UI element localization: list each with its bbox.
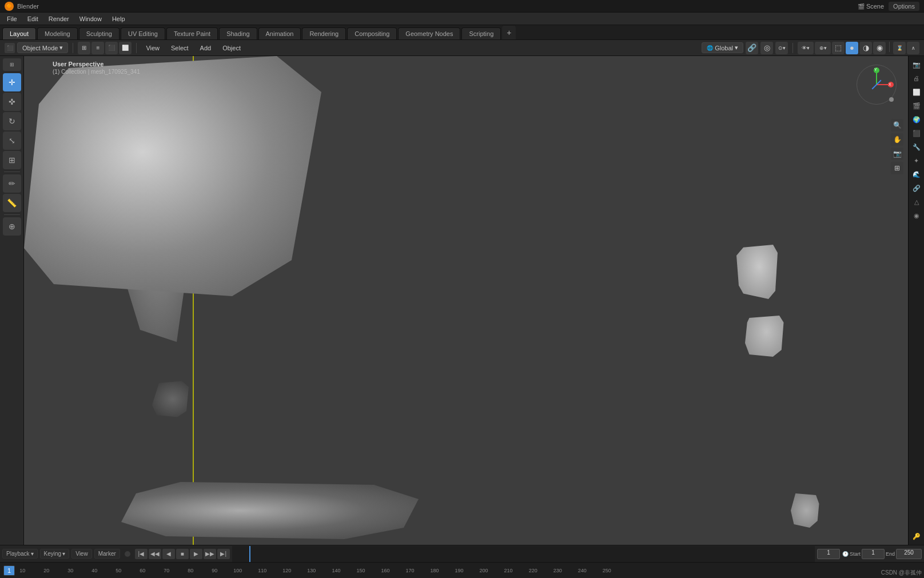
menu-help[interactable]: Help — [107, 14, 130, 23]
step-fwd-btn[interactable]: ▶▶ — [204, 549, 216, 559]
overlay-toggle[interactable]: 👁▾ — [798, 42, 814, 54]
header-icon-2[interactable]: ≡ — [91, 42, 104, 54]
viewport-extra-1[interactable]: ⌛ — [893, 42, 906, 54]
menu-window[interactable]: Window — [75, 14, 106, 23]
proportional-btn[interactable]: ◎ — [760, 42, 773, 54]
viewport-info: User Perspective (1) Collection | mesh_1… — [53, 61, 140, 75]
play-btn[interactable]: ▶ — [190, 549, 202, 559]
viewport-shading-material[interactable]: ◑ — [859, 42, 872, 54]
snap-btn[interactable]: 🔗 — [746, 42, 758, 54]
tool-move[interactable]: ✜ — [3, 93, 21, 111]
tab-uv-editing[interactable]: UV Editing — [121, 27, 165, 39]
titlebar: 🔶 Blender 🎬 Scene Options — [0, 0, 924, 13]
tab-compositing[interactable]: Compositing — [347, 27, 397, 39]
viewport[interactable]: User Perspective (1) Collection | mesh_1… — [24, 56, 908, 545]
end-frame-input[interactable]: 250 — [896, 549, 922, 559]
header-icon-3[interactable]: ⬛ — [105, 42, 118, 54]
vp-pan-tool[interactable]: ✋ — [891, 133, 903, 146]
step-back-btn[interactable]: ◀◀ — [149, 549, 161, 559]
timeline: Playback ▾ Keying ▾ View Marker |◀ ◀◀ ◀ … — [0, 545, 924, 562]
viewport-canvas: User Perspective (1) Collection | mesh_1… — [24, 56, 908, 545]
separator-2 — [136, 43, 137, 53]
prop-particles[interactable]: ✦ — [910, 154, 923, 167]
add-workspace-button[interactable]: + — [502, 26, 516, 39]
header-add[interactable]: Add — [196, 43, 216, 53]
vp-zoom-tool[interactable]: 🔍 — [891, 119, 903, 131]
jump-end-btn[interactable]: ▶| — [217, 549, 230, 559]
play-reverse-btn[interactable]: ◀ — [162, 549, 175, 559]
viewport-collection: (1) Collection | mesh_170925_341 — [53, 69, 140, 75]
viewport-mode-toggle[interactable]: ⊞ — [3, 58, 21, 71]
tool-scale[interactable]: ⤡ — [3, 131, 21, 150]
mode-icon[interactable]: ⬛ — [5, 43, 15, 53]
marker-dropdown[interactable]: Marker — [94, 549, 120, 559]
timeline-ruler[interactable] — [232, 546, 815, 562]
prop-constraints[interactable]: 🔗 — [910, 182, 923, 194]
prop-modifier[interactable]: 🔧 — [910, 141, 923, 153]
prop-scene[interactable]: 🎬 — [910, 99, 923, 112]
menu-file[interactable]: File — [2, 14, 22, 23]
tool-rotate[interactable]: ↻ — [3, 112, 21, 130]
prop-output[interactable]: 🖨 — [910, 72, 923, 85]
tool-transform[interactable]: ⊞ — [3, 151, 21, 169]
prop-view-layer[interactable]: ⬜ — [910, 86, 923, 98]
app-title: Blender — [17, 3, 39, 10]
tool-cursor[interactable]: ✛ — [3, 73, 21, 91]
frame-num-1[interactable]: 1 — [3, 565, 15, 576]
header-view[interactable]: View — [141, 43, 164, 53]
current-frame-input[interactable]: 1 — [817, 549, 840, 559]
tool-separator-2 — [4, 214, 20, 215]
transform-dropdown[interactable]: 🌐 Global ▾ — [702, 42, 743, 53]
tab-modeling[interactable]: Modeling — [37, 27, 78, 39]
jump-start-btn[interactable]: |◀ — [135, 549, 148, 559]
tool-measure[interactable]: 📏 — [3, 194, 21, 212]
frame-ruler: 10 20 30 40 50 60 70 80 90 100 110 120 1… — [17, 568, 921, 573]
mesh-dark1 — [150, 379, 196, 419]
tab-geometry-nodes[interactable]: Geometry Nodes — [398, 27, 460, 39]
stop-btn[interactable]: ■ — [176, 549, 189, 559]
menu-edit[interactable]: Edit — [23, 14, 43, 23]
pivot-btn[interactable]: ⊙▾ — [775, 42, 788, 54]
view-dropdown[interactable]: View — [71, 549, 92, 559]
separator-1 — [73, 43, 73, 53]
header-icon-4[interactable]: ⬜ — [119, 42, 132, 54]
prop-active-tool[interactable]: 🔑 — [910, 530, 923, 543]
keying-dropdown[interactable]: Keying ▾ — [40, 549, 70, 559]
separator-4 — [889, 42, 890, 52]
viewport-shading-render[interactable]: ◉ — [873, 42, 886, 54]
viewport-gizmo[interactable]: X Y — [854, 62, 899, 107]
gizmo-toggle[interactable]: ⊕▾ — [815, 42, 831, 54]
prop-material[interactable]: ◉ — [910, 209, 923, 222]
header-select[interactable]: Select — [166, 43, 193, 53]
timeline-dot — [125, 551, 130, 557]
start-frame-input[interactable]: 1 — [862, 549, 885, 559]
tab-animation[interactable]: Animation — [258, 27, 301, 39]
mesh-main — [24, 56, 321, 296]
gizmo-dot-neg — [889, 97, 894, 102]
tab-layout[interactable]: Layout — [2, 27, 36, 39]
header-object[interactable]: Object — [218, 43, 245, 53]
viewport-extra-2[interactable]: ∧ — [907, 42, 919, 54]
playback-dropdown[interactable]: Playback ▾ — [2, 549, 38, 559]
tab-sculpting[interactable]: Sculpting — [79, 27, 120, 39]
menu-render[interactable]: Render — [44, 14, 74, 23]
prop-world[interactable]: 🌍 — [910, 113, 923, 126]
scene-label: 🎬 Scene — [858, 3, 884, 10]
prop-render[interactable]: 📷 — [910, 58, 923, 71]
options-button[interactable]: Options — [889, 2, 919, 11]
prop-physics[interactable]: 🌊 — [910, 168, 923, 181]
header-icon-1[interactable]: ⊞ — [78, 42, 90, 54]
tool-annotate[interactable]: ✏ — [3, 174, 21, 193]
prop-object[interactable]: ⬛ — [910, 127, 923, 139]
viewport-shading-solid[interactable]: ● — [846, 42, 858, 54]
prop-data[interactable]: △ — [910, 196, 923, 208]
tab-shading[interactable]: Shading — [219, 27, 257, 39]
tool-add-object[interactable]: ⊕ — [3, 217, 21, 236]
tab-texture-paint[interactable]: Texture Paint — [166, 27, 218, 39]
vp-camera-tool[interactable]: 📷 — [891, 148, 903, 160]
tab-scripting[interactable]: Scripting — [461, 27, 501, 39]
vp-ortho-tool[interactable]: ⊞ — [891, 162, 903, 174]
tab-rendering[interactable]: Rendering — [302, 27, 346, 39]
viewport-shading-wire[interactable]: ⬚ — [832, 42, 845, 54]
object-mode-dropdown[interactable]: Object Mode ▾ — [17, 42, 68, 53]
